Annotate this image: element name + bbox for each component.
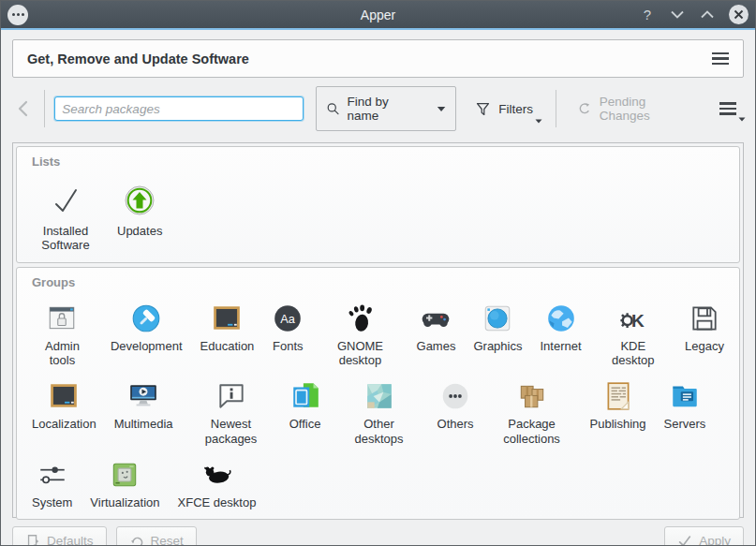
group-item-xfce-desktop[interactable]: XFCE desktop (178, 459, 257, 509)
close-icon (734, 9, 744, 20)
header-bar: Get, Remove and Update Software (12, 39, 744, 78)
redo-arrow-icon (577, 101, 592, 117)
apply-label: Apply (699, 534, 731, 546)
group-item-package-collections[interactable]: Package collections (492, 380, 572, 446)
group-item-development[interactable]: Development (111, 303, 183, 353)
virtualization-icon (109, 459, 141, 491)
toolbar-separator (556, 90, 556, 127)
games-icon (420, 303, 452, 334)
package-collections-icon (516, 380, 548, 412)
localization-icon (48, 380, 80, 412)
svg-text:Aa: Aa (281, 311, 297, 325)
titlebar: Apper ? (1, 1, 755, 30)
close-button[interactable] (729, 5, 749, 24)
publishing-icon (602, 380, 634, 412)
servers-icon (669, 380, 701, 412)
minimize-button[interactable] (669, 10, 686, 19)
search-input[interactable] (54, 96, 304, 121)
group-item-kde-desktop[interactable]: K KDE desktop (600, 303, 668, 368)
group-item-office[interactable]: Office (289, 380, 321, 431)
lists-panel: Lists Installed Software Updates (16, 146, 740, 263)
list-item-label: Updates (117, 224, 162, 238)
installed-checkmark-icon (47, 182, 84, 219)
defaults-label: Defaults (47, 534, 94, 546)
chevron-down-icon (437, 106, 446, 112)
browse-view: Lists Installed Software Updates (12, 142, 744, 518)
toolbar-menu-button[interactable] (712, 95, 744, 123)
admin-tools-icon (46, 303, 78, 334)
header-menu-button[interactable] (712, 52, 729, 66)
group-item-gnome-desktop[interactable]: GNOME desktop (321, 303, 398, 368)
group-item-system[interactable]: System (32, 459, 72, 509)
group-item-graphics[interactable]: Graphics (473, 303, 522, 353)
pending-changes-button[interactable]: Pending Changes (570, 87, 701, 130)
pending-changes-label: Pending Changes (600, 95, 693, 123)
back-button[interactable] (12, 99, 35, 118)
filters-label: Filters (498, 102, 533, 116)
apply-button[interactable]: Apply (664, 526, 744, 546)
group-item-localization[interactable]: Localization (32, 380, 96, 431)
menu-indicator-icon (535, 119, 542, 124)
filter-funnel-icon (475, 101, 491, 117)
groups-panel: Groups Admin tools (16, 267, 740, 521)
system-icon (37, 459, 68, 491)
office-icon (289, 380, 321, 412)
toolbar-separator (44, 90, 45, 127)
defaults-document-icon (25, 534, 40, 546)
group-item-newest-packages[interactable]: Newest packages (191, 380, 272, 446)
find-by-name-label: Find by name (348, 95, 418, 123)
filters-button[interactable]: Filters (467, 94, 541, 125)
footer-bar: Defaults Reset Apply (1, 518, 755, 546)
group-item-others[interactable]: Others (437, 380, 474, 431)
group-item-legacy[interactable]: Legacy (685, 303, 724, 353)
svg-text:K: K (631, 310, 645, 330)
newest-packages-icon (215, 380, 247, 412)
xfce-desktop-icon (200, 459, 232, 491)
reset-button[interactable]: Reset (116, 526, 197, 546)
toolbar: Find by name Filters Pending Changes (1, 78, 755, 138)
find-by-name-combobox[interactable]: Find by name (316, 86, 456, 131)
group-item-multimedia[interactable]: Multimedia (114, 380, 173, 431)
back-chevron-icon (16, 99, 31, 118)
internet-icon (545, 303, 577, 334)
defaults-button[interactable]: Defaults (12, 526, 107, 546)
group-item-education[interactable]: Education (200, 303, 255, 353)
apply-checkmark-icon (677, 534, 692, 546)
others-icon (439, 380, 471, 412)
list-item-installed-software[interactable]: Installed Software (32, 182, 99, 253)
menu-indicator-icon (738, 117, 746, 122)
search-icon (326, 101, 340, 116)
help-button[interactable]: ? (639, 7, 656, 22)
list-item-updates[interactable]: Updates (117, 182, 162, 238)
group-item-other-desktops[interactable]: Other desktops (339, 380, 420, 446)
group-item-fonts[interactable]: Aa Fonts (272, 303, 304, 353)
legacy-icon (689, 303, 720, 334)
other-desktops-icon (363, 380, 395, 412)
fonts-icon: Aa (272, 303, 304, 334)
group-item-virtualization[interactable]: Virtualization (90, 459, 159, 509)
education-icon (211, 303, 243, 334)
page-title: Get, Remove and Update Software (27, 52, 712, 66)
list-item-label: Installed Software (32, 224, 99, 253)
groups-panel-label: Groups (32, 275, 724, 289)
group-item-servers[interactable]: Servers (664, 380, 706, 431)
group-item-games[interactable]: Games (417, 303, 456, 353)
updates-arrow-icon (121, 182, 158, 219)
multimedia-icon (127, 380, 159, 412)
reset-undo-icon (129, 534, 144, 546)
hamburger-icon (719, 102, 736, 115)
group-item-internet[interactable]: Internet (540, 303, 581, 353)
graphics-icon (482, 303, 513, 334)
kde-desktop-icon: K (617, 303, 649, 334)
group-item-admin-tools[interactable]: Admin tools (32, 303, 93, 368)
lists-panel-label: Lists (32, 155, 724, 169)
group-item-publishing[interactable]: Publishing (590, 380, 646, 431)
development-icon (130, 303, 162, 334)
reset-label: Reset (151, 534, 184, 546)
gnome-desktop-icon (344, 303, 376, 334)
maximize-button[interactable] (699, 10, 716, 19)
